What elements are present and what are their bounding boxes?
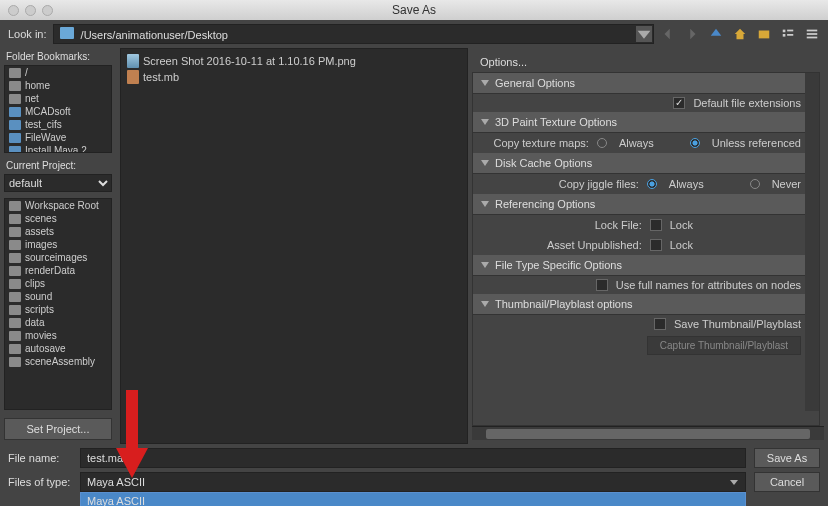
chevron-down-icon	[481, 201, 489, 207]
tree-item[interactable]: renderData	[5, 264, 111, 277]
tree-item[interactable]: autosave	[5, 342, 111, 355]
bookmarks-label: Folder Bookmarks:	[0, 48, 116, 65]
svg-rect-11	[807, 33, 818, 35]
bookmark-item[interactable]: home	[5, 79, 111, 92]
referencing-header[interactable]: Referencing Options	[473, 194, 819, 215]
asset-unpub-label: Asset Unpublished:	[547, 239, 642, 251]
file-item[interactable]: test.mb	[125, 69, 463, 85]
tree-item[interactable]: sceneAssembly	[5, 355, 111, 368]
capture-thumb-button: Capture Thumbnail/Playblast	[647, 336, 801, 355]
back-icon[interactable]	[660, 26, 676, 42]
bookmark-item[interactable]: test_cifs	[5, 118, 111, 131]
lock-file-checkbox[interactable]	[650, 219, 662, 231]
zoom-window-button[interactable]	[42, 5, 53, 16]
svg-rect-12	[807, 37, 818, 39]
image-file-icon	[127, 54, 139, 68]
options-label: Options...	[472, 52, 824, 72]
tree-item[interactable]: clips	[5, 277, 111, 290]
lock-file-label: Lock File:	[595, 219, 642, 231]
project-tree[interactable]: Workspace Root scenes assets images sour…	[4, 198, 112, 410]
tree-item[interactable]: scripts	[5, 303, 111, 316]
copy-texture-label: Copy texture maps:	[494, 137, 589, 149]
filetype-dropdown[interactable]: Maya ASCII Maya Binary	[80, 492, 746, 506]
thumbnail-header[interactable]: Thumbnail/Playblast options	[473, 294, 819, 315]
new-folder-icon[interactable]	[756, 26, 772, 42]
bookmark-item[interactable]: FileWave	[5, 131, 111, 144]
save-as-button[interactable]: Save As	[754, 448, 820, 468]
default-ext-label: Default file extensions	[693, 97, 801, 109]
tree-item[interactable]: scenes	[5, 212, 111, 225]
tree-item[interactable]: Workspace Root	[5, 199, 111, 212]
svg-marker-2	[690, 29, 695, 40]
full-names-label: Use full names for attributes on nodes	[616, 279, 801, 291]
svg-rect-7	[787, 30, 793, 32]
unless-ref-radio[interactable]	[690, 138, 700, 148]
toolbar-icons	[660, 26, 820, 42]
bookmarks-list[interactable]: / home net MCADsoft test_cifs FileWave I…	[4, 65, 112, 153]
filename-label: File name:	[8, 452, 72, 464]
save-thumb-label: Save Thumbnail/Playblast	[674, 318, 801, 330]
bookmark-item[interactable]: MCADsoft	[5, 105, 111, 118]
minimize-window-button[interactable]	[25, 5, 36, 16]
filetype-label: Files of type:	[8, 476, 72, 488]
jiggle-never-radio[interactable]	[750, 179, 760, 189]
tree-item[interactable]: sound	[5, 290, 111, 303]
svg-rect-9	[787, 34, 793, 36]
general-options-header[interactable]: General Options	[473, 73, 819, 94]
chevron-down-icon	[481, 80, 489, 86]
copy-jiggle-label: Copy jiggle files:	[559, 178, 639, 190]
asset-unpub-checkbox[interactable]	[650, 239, 662, 251]
list-view-icon[interactable]	[780, 26, 796, 42]
svg-marker-0	[638, 31, 651, 39]
path-dropdown-button[interactable]	[636, 26, 652, 42]
svg-rect-10	[807, 30, 818, 32]
tree-item[interactable]: assets	[5, 225, 111, 238]
tree-item[interactable]: movies	[5, 329, 111, 342]
current-project-label: Current Project:	[0, 157, 116, 174]
file-list[interactable]: Screen Shot 2016-10-11 at 1.10.16 PM.png…	[120, 48, 468, 444]
svg-rect-6	[783, 30, 786, 33]
jiggle-always-radio[interactable]	[647, 179, 657, 189]
options-scrollbar-h[interactable]	[472, 426, 824, 440]
disk-cache-header[interactable]: Disk Cache Options	[473, 153, 819, 174]
paint-options-header[interactable]: 3D Paint Texture Options	[473, 112, 819, 133]
filetype-select[interactable]: Maya ASCII	[80, 472, 746, 492]
forward-icon[interactable]	[684, 26, 700, 42]
bottom-panel: File name: Save As Files of type: Maya A…	[0, 444, 828, 500]
home-icon[interactable]	[732, 26, 748, 42]
svg-rect-5	[759, 31, 770, 39]
up-icon[interactable]	[708, 26, 724, 42]
tree-item[interactable]: sourceimages	[5, 251, 111, 264]
set-project-button[interactable]: Set Project...	[4, 418, 112, 440]
full-names-checkbox[interactable]	[596, 279, 608, 291]
file-item[interactable]: Screen Shot 2016-10-11 at 1.10.16 PM.png	[125, 53, 463, 69]
bookmark-item[interactable]: /	[5, 66, 111, 79]
bookmark-item[interactable]: net	[5, 92, 111, 105]
chevron-down-icon	[481, 160, 489, 166]
bookmark-item[interactable]: Install Maya 2...	[5, 144, 111, 153]
close-window-button[interactable]	[8, 5, 19, 16]
filetype-option-ascii[interactable]: Maya ASCII	[81, 493, 745, 506]
svg-rect-8	[783, 34, 786, 37]
svg-marker-13	[730, 480, 738, 485]
options-scrollbar-v[interactable]	[805, 73, 819, 411]
always-radio[interactable]	[597, 138, 607, 148]
default-ext-checkbox[interactable]	[673, 97, 685, 109]
chevron-down-icon	[481, 301, 489, 307]
detail-view-icon[interactable]	[804, 26, 820, 42]
project-select[interactable]: default	[4, 174, 112, 192]
options-panel[interactable]: General Options Default file extensions …	[472, 72, 820, 426]
path-input[interactable]: /Users/animationuser/Desktop	[53, 24, 654, 44]
filetype-specific-header[interactable]: File Type Specific Options	[473, 255, 819, 276]
tree-item[interactable]: data	[5, 316, 111, 329]
path-text: /Users/animationuser/Desktop	[81, 29, 228, 41]
options-column: Options... General Options Default file …	[472, 48, 828, 444]
tree-item[interactable]: images	[5, 238, 111, 251]
save-thumb-checkbox[interactable]	[654, 318, 666, 330]
look-in-label: Look in:	[8, 28, 47, 40]
chevron-down-icon	[729, 477, 739, 487]
svg-marker-4	[735, 29, 746, 40]
cancel-button[interactable]: Cancel	[754, 472, 820, 492]
window-title: Save As	[392, 3, 436, 17]
filename-input[interactable]	[80, 448, 746, 468]
